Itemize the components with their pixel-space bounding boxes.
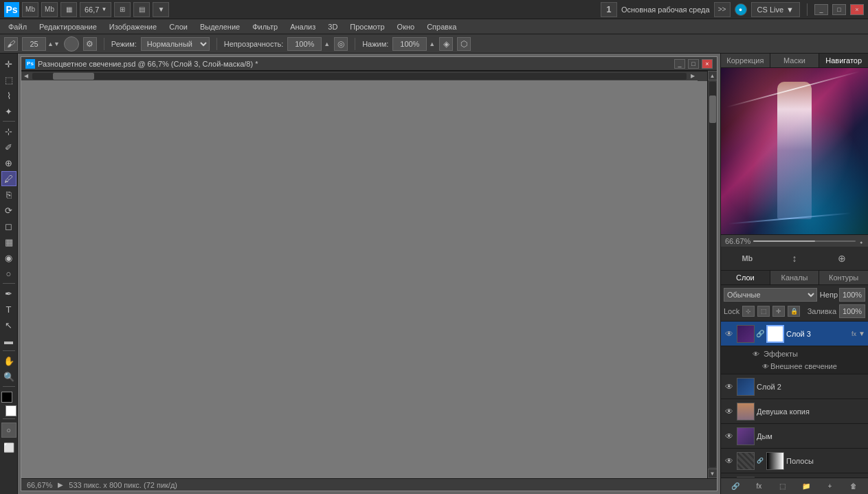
- menu-view[interactable]: Просмотр: [344, 19, 390, 34]
- lock-move-btn[interactable]: ✛: [772, 306, 785, 317]
- tab-navigator[interactable]: Навигатор: [819, 54, 868, 67]
- tab-channels[interactable]: Каналы: [770, 271, 820, 284]
- layer-group-btn[interactable]: 📁: [799, 479, 814, 494]
- menu-layers[interactable]: Слои: [164, 19, 193, 34]
- color-swatches[interactable]: [1, 392, 16, 416]
- outer-glow-eye[interactable]: 👁: [761, 361, 770, 371]
- clone-align-icon[interactable]: ⬡: [457, 37, 471, 51]
- menu-image[interactable]: Изображение: [104, 19, 162, 34]
- hscroll-thumb[interactable]: [53, 73, 94, 80]
- nav-zoom-slider[interactable]: [753, 240, 856, 242]
- cs-live-btn[interactable]: CS Live ▼: [751, 2, 800, 17]
- vscroll-thumb[interactable]: [709, 96, 716, 123]
- effects-eye[interactable]: 👁: [751, 349, 761, 359]
- win-minimize-btn[interactable]: _: [814, 4, 828, 15]
- layer-item-sloj2[interactable]: 👁 Слой 2: [721, 374, 868, 399]
- lock-position-btn[interactable]: ⊹: [742, 306, 755, 317]
- eraser-tool[interactable]: ◻: [1, 218, 16, 234]
- path-tool[interactable]: ↖: [1, 317, 16, 333]
- layer-vis-dym[interactable]: 👁: [724, 431, 735, 442]
- layer-vis-polosy[interactable]: 👁: [724, 456, 735, 467]
- cs-logo-btn[interactable]: ●: [735, 3, 747, 16]
- brush-preview-icon[interactable]: [64, 36, 79, 52]
- screen-mode-btn[interactable]: ⬜: [1, 440, 16, 455]
- tablet-pressure-icon[interactable]: ◈: [439, 37, 453, 51]
- brush-tool[interactable]: 🖊: [1, 171, 16, 186]
- history-brush-tool[interactable]: ⟳: [1, 203, 16, 218]
- layer-vis-sloj2[interactable]: 👁: [724, 381, 735, 392]
- menu-edit[interactable]: Редактирование: [34, 19, 102, 34]
- mode-icon-btn[interactable]: Mb: [22, 2, 38, 17]
- layer-item-dym[interactable]: 👁 Дым: [721, 424, 868, 449]
- quick-mask-btn[interactable]: ○: [1, 423, 16, 438]
- heal-tool[interactable]: ⊕: [1, 155, 16, 170]
- tab-paths[interactable]: Контуры: [819, 271, 868, 284]
- layer-vis-girl-copy[interactable]: 👁: [724, 406, 735, 417]
- zoom-tool[interactable]: 🔍: [1, 369, 16, 384]
- opacity-input[interactable]: [287, 37, 322, 51]
- menu-help[interactable]: Справка: [421, 19, 462, 34]
- screen-num-btn[interactable]: 1: [601, 2, 617, 17]
- crop-tool[interactable]: ⊹: [1, 124, 16, 139]
- fill-input[interactable]: [839, 304, 865, 318]
- gradient-tool[interactable]: ▦: [1, 234, 16, 249]
- hand-tool[interactable]: ✋: [1, 353, 16, 368]
- brush-size-input[interactable]: [22, 37, 46, 51]
- press-input[interactable]: [392, 37, 427, 51]
- vscroll-up-arrow[interactable]: ▲: [708, 71, 717, 80]
- brush-settings-icon[interactable]: ⚙: [83, 37, 97, 51]
- doc-close-btn[interactable]: ×: [702, 59, 713, 69]
- panel-action-icon1[interactable]: ↕: [786, 249, 803, 267]
- layer-vis-sloj3[interactable]: 👁: [724, 328, 735, 339]
- workspace-expand-btn[interactable]: >>: [714, 2, 731, 17]
- lock-all-btn[interactable]: 🔒: [788, 306, 800, 317]
- horizontal-scrollbar[interactable]: ◀ ▶: [21, 71, 707, 80]
- background-color-swatch[interactable]: [5, 405, 16, 416]
- layer-style-btn[interactable]: fx: [751, 479, 766, 494]
- doc-restore-btn[interactable]: □: [688, 59, 699, 69]
- tab-correction[interactable]: Коррекция: [721, 54, 770, 67]
- vscroll-track[interactable]: [709, 82, 716, 467]
- menu-3d[interactable]: 3D: [322, 19, 343, 34]
- arrange-icon-btn[interactable]: ▤: [133, 2, 150, 17]
- type-tool[interactable]: T: [1, 302, 16, 317]
- wand-tool[interactable]: ✦: [1, 104, 16, 119]
- mb-icon-btn[interactable]: Mb: [41, 2, 58, 17]
- dodge-tool[interactable]: ○: [1, 266, 16, 281]
- foreground-color-swatch[interactable]: [1, 392, 12, 403]
- panel-action-icon2[interactable]: ⊕: [833, 249, 851, 267]
- layer-delete-btn[interactable]: 🗑: [846, 479, 861, 494]
- marquee-tool[interactable]: ⬚: [1, 72, 16, 87]
- win-restore-btn[interactable]: □: [832, 4, 846, 15]
- tab-layers[interactable]: Слои: [721, 271, 770, 284]
- panel-mb-icon[interactable]: Mb: [738, 249, 756, 267]
- win-close-btn[interactable]: ×: [850, 4, 864, 15]
- zoom-dropdown[interactable]: 66,7 ▼: [80, 2, 111, 17]
- layer-mask-add-btn[interactable]: ⬚: [775, 479, 790, 494]
- blend-mode-dropdown[interactable]: Обычные: [724, 288, 817, 302]
- eyedropper-tool[interactable]: ✐: [1, 139, 16, 155]
- hscroll-right-arrow[interactable]: ▶: [688, 71, 698, 81]
- screen-icon-btn[interactable]: ▦: [60, 2, 77, 17]
- airbrush-icon[interactable]: ◎: [334, 37, 348, 51]
- clone-tool[interactable]: ⎘: [1, 187, 16, 202]
- view-icon-btn[interactable]: ⊞: [114, 2, 131, 17]
- tab-masks[interactable]: Маски: [770, 54, 820, 67]
- status-arrow[interactable]: ▶: [58, 481, 63, 489]
- menu-file[interactable]: Файл: [3, 19, 32, 34]
- vscroll-down-arrow[interactable]: ▼: [708, 469, 717, 478]
- mode-dropdown[interactable]: Нормальный: [141, 37, 210, 51]
- menu-select[interactable]: Выделение: [194, 19, 245, 34]
- layer-item-polosy[interactable]: 👁 🔗 Полосы: [721, 449, 868, 473]
- opacity-input[interactable]: [839, 288, 865, 302]
- doc-minimize-btn[interactable]: _: [674, 59, 685, 69]
- layer-new-btn[interactable]: +: [822, 479, 837, 494]
- layer-link-btn[interactable]: 🔗: [728, 479, 743, 494]
- hscroll-track[interactable]: [32, 73, 687, 80]
- nav-zoom-handle[interactable]: ⬩: [858, 236, 864, 247]
- menu-window[interactable]: Окно: [392, 19, 421, 34]
- shape-tool[interactable]: ▬: [1, 333, 16, 348]
- move-tool[interactable]: ✛: [1, 56, 16, 71]
- pen-tool[interactable]: ✒: [1, 286, 16, 301]
- arrange-dropdown-btn[interactable]: ▼: [153, 2, 169, 17]
